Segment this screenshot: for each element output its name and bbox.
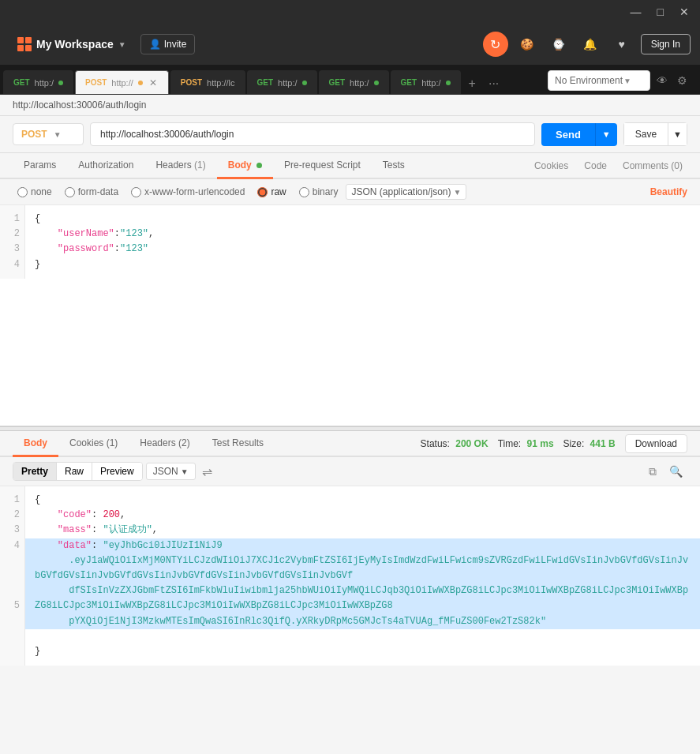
save-dropdown-button[interactable]: ▼ [668,122,687,146]
sync-icon: ↻ [490,37,500,52]
comments-link[interactable]: Comments (0) [618,154,687,178]
env-eye-button[interactable]: 👁 [653,71,671,90]
bell-icon: 🔔 [583,38,597,51]
minimize-button[interactable]: — [626,4,646,20]
tab-close-button[interactable]: ✕ [148,77,159,88]
tab-method: GET [13,78,30,87]
app-header: My Workspace ▼ 👤 Invite ↻ 🍪 ⌚ 🔔 ♥ Sign I… [0,24,700,65]
send-button[interactable]: Send [541,123,595,146]
gear-icon: ⚙ [677,74,687,87]
response-tab-testresults[interactable]: Test Results [201,431,275,457]
response-editor: 1 2 3 4 5 { "code": 200, "mass": "认证成功",… [0,486,700,666]
response-body-options: Pretty Raw Preview JSON ▼ ⇌ ⧉ 🔍 [0,457,700,486]
tab-1[interactable]: GET http:/ [3,70,73,94]
beautify-button[interactable]: Beautify [650,186,687,197]
workspace-button[interactable]: My Workspace ▼ [9,32,134,56]
signin-button[interactable]: Sign In [641,34,691,54]
search-button[interactable]: 🔍 [664,463,687,481]
send-dropdown-button[interactable]: ▼ [595,123,617,146]
body-options-bar: none form-data x-www-form-urlencoded raw… [0,179,700,205]
maximize-button[interactable]: □ [653,4,668,20]
pretty-button[interactable]: Pretty [13,463,56,480]
resp-format-arrow: ▼ [181,467,189,476]
tab-prerequest[interactable]: Pre-request Script [273,153,372,179]
tab-url: http://lc [207,78,234,88]
response-tab-cookies[interactable]: Cookies (1) [58,431,129,457]
workspace-dropdown-icon: ▼ [118,40,126,49]
response-code: { "code": 200, "mass": "认证成功", "data": "… [25,486,700,666]
tab-4[interactable]: GET http:/ [247,70,317,94]
response-area: Body Cookies (1) Headers (2) Test Result… [0,431,700,666]
raw-button[interactable]: Raw [56,463,92,480]
line-numbers: 1 2 3 4 [0,205,25,279]
history-icon: ⌚ [552,38,565,51]
code-editor[interactable]: { "userName":"123", "password":"123" } [25,205,163,279]
code-link[interactable]: Code [579,154,612,178]
tab-2[interactable]: POST http:// ✕ [75,70,169,94]
size-value: 441 B [590,438,616,449]
tab-authorization[interactable]: Authorization [67,153,144,179]
tab-method: POST [85,78,107,87]
more-tabs-button[interactable]: ··· [484,73,503,94]
copy-button[interactable]: ⧉ [644,463,661,481]
radio-raw[interactable]: raw [253,185,290,199]
response-tab-body[interactable]: Body [13,431,58,457]
request-subtabs: Params Authorization Headers (1) Body Pr… [0,153,700,179]
preview-button[interactable]: Preview [92,463,142,480]
grid-icon [17,37,32,51]
response-line-numbers: 1 2 3 4 5 [0,486,25,666]
tab-method: GET [257,78,274,87]
method-label: POST [21,129,47,140]
sync-button[interactable]: ↻ [483,32,508,57]
add-tab-button[interactable]: + [462,73,482,94]
size-label: Size: 441 B [563,438,616,449]
send-button-group: Send ▼ [541,123,617,146]
invite-icon: 👤 [149,39,161,50]
tab-tests[interactable]: Tests [372,153,416,179]
save-button-group: Save ▼ [623,122,687,146]
wrap-button[interactable]: ⇌ [202,464,212,479]
environment-select[interactable]: No Environment [548,70,650,91]
save-button[interactable]: Save [623,122,668,146]
cookie-icon: 🍪 [520,38,533,51]
tab-url: http:/ [35,78,54,88]
status-label: Status: 200 OK [421,438,489,449]
tab-body[interactable]: Body [217,153,273,179]
response-status: Status: 200 OK Time: 91 ms Size: 441 B D… [421,434,687,453]
radio-none[interactable]: none [13,185,57,199]
history-button[interactable]: ⌚ [546,32,571,57]
time-value: 91 ms [527,438,554,449]
json-format-select[interactable]: JSON (application/json) ▼ [346,184,466,200]
notifications-button[interactable]: 🔔 [578,32,603,57]
search-icon: 🔍 [669,465,683,478]
time-label: Time: 91 ms [498,438,554,449]
tabs-bar: GET http:/ POST http:// ✕ POST http://lc… [0,65,700,95]
method-select[interactable]: POST ▼ [13,123,84,145]
tab-3[interactable]: POST http://lc [170,70,245,94]
radio-binary[interactable]: binary [294,185,343,199]
json-format-dropdown: ▼ [454,188,462,197]
url-input[interactable] [90,122,535,146]
tab-headers[interactable]: Headers (1) [144,153,216,179]
response-tab-headers[interactable]: Headers (2) [129,431,200,457]
env-settings-button[interactable]: ⚙ [674,71,691,90]
favorites-button[interactable]: ♥ [609,32,634,57]
cookies-link[interactable]: Cookies [530,154,573,178]
invite-button[interactable]: 👤 Invite [140,34,196,54]
tab-6[interactable]: GET http:/ [391,70,461,94]
radio-urlencoded[interactable]: x-www-form-urlencoded [126,185,249,199]
breadcrumb: http://localhost:30006/auth/login [0,95,700,116]
close-button[interactable]: ✕ [675,4,694,20]
tab-status-dot [374,81,379,85]
tab-params[interactable]: Params [13,153,67,179]
json-format-label: JSON (application/json) [351,186,451,197]
tab-url: http:// [111,78,133,88]
tab-5[interactable]: GET http:/ [319,70,389,94]
response-format-select[interactable]: JSON ▼ [146,463,196,480]
request-editor[interactable]: 1 2 3 4 { "userName":"123", "password":"… [0,205,700,426]
status-value: 200 OK [455,438,488,449]
radio-formdata[interactable]: form-data [60,185,123,199]
copy-icon: ⧉ [649,465,657,478]
download-button[interactable]: Download [625,434,687,453]
cookie-button[interactable]: 🍪 [515,32,540,57]
